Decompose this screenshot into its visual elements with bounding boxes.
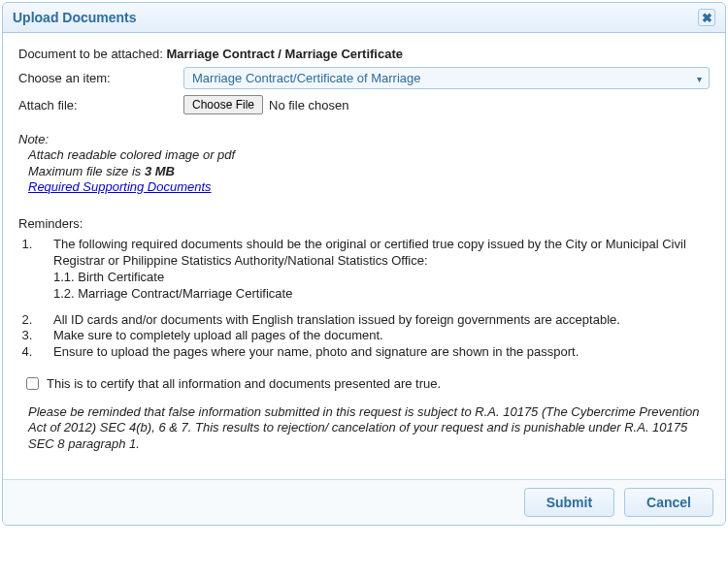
dialog-footer: Submit Cancel: [3, 479, 725, 525]
attach-file-label: Attach file:: [18, 98, 183, 113]
dialog-title: Upload Documents: [13, 10, 137, 25]
reminders-list: The following required documents should …: [36, 237, 710, 361]
certify-checkbox[interactable]: [26, 377, 39, 390]
attach-file-row: Attach file: Choose File No file chosen: [18, 95, 710, 114]
certify-row: This is to certify that all information …: [26, 376, 710, 391]
dialog-content: Document to be attached: Marriage Contra…: [3, 33, 725, 479]
reminders-header: Reminders:: [18, 216, 710, 231]
reminder-4: Ensure to upload the pages where your na…: [36, 344, 710, 361]
file-status: No file chosen: [269, 98, 348, 113]
note-line2: Maximum file size is 3 MB: [28, 164, 710, 179]
document-value: Marriage Contract / Marriage Certificate: [167, 47, 403, 61]
choose-item-row: Choose an item: Marriage Contract/Certif…: [18, 67, 710, 89]
document-label: Document to be attached:: [18, 47, 163, 61]
choose-item-dropdown[interactable]: Marriage Contract/Certificate of Marriag…: [183, 67, 710, 89]
certify-label: This is to certify that all information …: [47, 376, 441, 391]
note-block: Note: Attach readable colored image or p…: [18, 132, 710, 195]
choose-item-selected: Marriage Contract/Certificate of Marriag…: [192, 71, 421, 85]
note-header: Note:: [18, 132, 710, 147]
reminder-1: The following required documents should …: [36, 237, 710, 303]
choose-item-label: Choose an item:: [18, 71, 183, 85]
reminder-1-2: 1.2. Marriage Contract/Marriage Certific…: [53, 286, 710, 303]
close-icon[interactable]: ✖: [698, 9, 715, 26]
choose-file-button[interactable]: Choose File: [183, 95, 263, 114]
reminder-1-1: 1.1. Birth Certificate: [53, 270, 710, 286]
note-line1: Attach readable colored image or pdf: [28, 147, 710, 163]
reminder-2: All ID cards and/or documents with Engli…: [36, 312, 710, 329]
reminder-3: Make sure to completely upload all pages…: [36, 328, 710, 344]
cancel-button[interactable]: Cancel: [624, 488, 713, 517]
document-row: Document to be attached: Marriage Contra…: [18, 47, 710, 61]
submit-button[interactable]: Submit: [524, 488, 614, 517]
upload-documents-dialog: Upload Documents ✖ Document to be attach…: [2, 2, 726, 526]
required-docs-link[interactable]: Required Supporting Documents: [28, 179, 212, 194]
dialog-titlebar: Upload Documents ✖: [3, 3, 725, 33]
legal-notice: Please be reminded that false informatio…: [18, 404, 710, 452]
